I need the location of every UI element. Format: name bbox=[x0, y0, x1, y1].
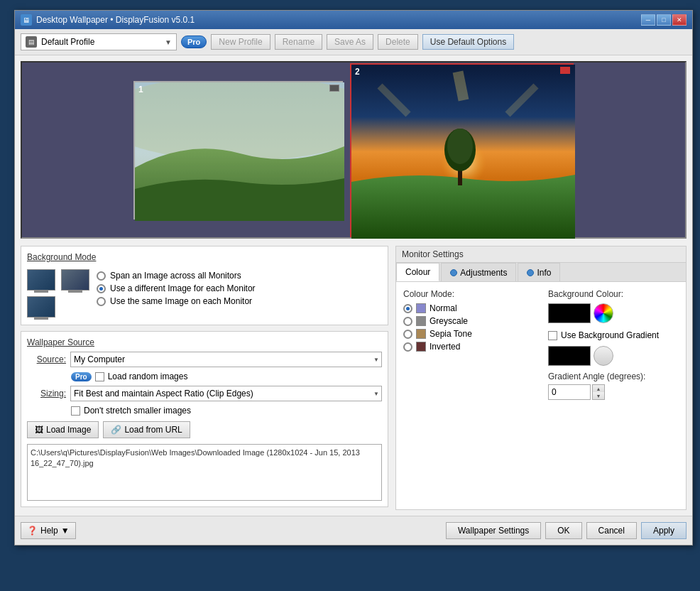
help-button[interactable]: ❓ Help ▼ bbox=[21, 522, 76, 539]
no-stretch-row: Don't stretch smaller images bbox=[71, 406, 382, 416]
angle-input[interactable] bbox=[548, 384, 591, 400]
save-as-button[interactable]: Save As bbox=[327, 34, 373, 50]
radio-same-btn[interactable] bbox=[97, 297, 106, 306]
wallpaper-source-section: Wallpaper Source Source: My Computer ▼ P… bbox=[21, 331, 388, 507]
gradient-picker-row bbox=[548, 346, 679, 366]
greyscale-swatch bbox=[416, 316, 426, 326]
action-buttons: 🖼 Load Image 🔗 Load from URL bbox=[27, 421, 382, 438]
load-url-button[interactable]: 🔗 Load from URL bbox=[103, 421, 190, 438]
bg-colour-button[interactable] bbox=[594, 303, 613, 323]
gradient-colour-button[interactable] bbox=[594, 346, 613, 366]
tab-adjustments[interactable]: Adjustments bbox=[441, 263, 516, 281]
radio-different-label: Use a different Image for each Monitor bbox=[110, 283, 256, 293]
wallpaper-source-label: Wallpaper Source bbox=[27, 337, 382, 347]
monitor-2-container[interactable]: 2 bbox=[350, 63, 574, 237]
colour-greyscale[interactable]: Greyscale bbox=[403, 316, 534, 326]
radio-normal-btn[interactable] bbox=[403, 304, 412, 313]
colour-mode-options: Normal Greyscale bbox=[403, 303, 534, 352]
cancel-button[interactable]: Cancel bbox=[586, 522, 637, 539]
colour-sepia[interactable]: Sepia Tone bbox=[403, 329, 534, 339]
gradient-angle-section: Gradient Angle (degrees): ▲ ▼ bbox=[548, 372, 679, 400]
tab-info[interactable]: Info bbox=[518, 263, 560, 281]
bg-colour-label: Background Colour: bbox=[548, 289, 679, 299]
angle-down-button[interactable]: ▼ bbox=[593, 392, 604, 399]
mini-monitor-3 bbox=[61, 269, 89, 291]
radio-sepia-btn[interactable] bbox=[403, 330, 412, 339]
apply-button[interactable]: Apply bbox=[641, 522, 687, 539]
info-dot-icon bbox=[527, 269, 534, 276]
svg-line-5 bbox=[458, 72, 464, 100]
dropdown-arrow-icon: ▼ bbox=[165, 38, 172, 46]
gradient-colour-box[interactable] bbox=[548, 346, 591, 366]
background-mode-options: Span an Image across all Monitors Use a … bbox=[97, 271, 256, 306]
gradient-checkbox[interactable] bbox=[548, 331, 557, 340]
monitor-1-frame[interactable]: 1 bbox=[133, 81, 343, 219]
random-checkbox[interactable] bbox=[95, 372, 104, 381]
profile-name: Default Profile bbox=[41, 37, 94, 47]
mini-monitor-2 bbox=[27, 296, 55, 318]
gradient-section: Use Background Gradient Gradient Angle (… bbox=[548, 330, 679, 400]
colour-normal[interactable]: Normal bbox=[403, 303, 534, 313]
radio-inverted-btn[interactable] bbox=[403, 342, 412, 352]
radio-same[interactable]: Use the same Image on each Monitor bbox=[97, 296, 256, 306]
app-icon: 🖥 bbox=[21, 14, 32, 26]
radio-span-btn[interactable] bbox=[97, 271, 106, 281]
colour-mode-label: Colour Mode: bbox=[403, 289, 534, 299]
maximize-button[interactable]: □ bbox=[657, 14, 671, 26]
ok-button[interactable]: OK bbox=[545, 522, 581, 539]
monitor-1-icon bbox=[329, 85, 339, 92]
colour-section: Colour Mode: Normal bbox=[403, 289, 679, 400]
radio-span-label: Span an Image across all Monitors bbox=[110, 271, 241, 281]
sizing-row: Sizing: Fit Best and maintain Aspect Rat… bbox=[27, 386, 382, 401]
radio-different[interactable]: Use a different Image for each Monitor bbox=[97, 283, 256, 293]
radio-greyscale-btn[interactable] bbox=[403, 317, 412, 326]
sizing-select-wrapper: Fit Best and maintain Aspect Ratio (Clip… bbox=[70, 386, 382, 401]
close-button[interactable]: ✕ bbox=[672, 14, 687, 26]
new-profile-button[interactable]: New Profile bbox=[211, 34, 270, 50]
monitor-1-container[interactable]: 1 bbox=[133, 81, 343, 219]
delete-button[interactable]: Delete bbox=[378, 34, 418, 50]
help-label: Help bbox=[40, 526, 58, 536]
wallpaper-settings-button[interactable]: Wallpaper Settings bbox=[446, 522, 541, 539]
angle-label: Gradient Angle (degrees): bbox=[548, 372, 679, 381]
minimize-button[interactable]: ─ bbox=[641, 14, 655, 26]
monitor-2-icon bbox=[560, 67, 570, 74]
bg-colour-box[interactable] bbox=[548, 303, 591, 323]
radio-span[interactable]: Span an Image across all Monitors bbox=[97, 271, 256, 281]
file-path-area: C:\Users\q\Pictures\DisplayFusion\Web Im… bbox=[27, 444, 382, 501]
monitor-2-frame[interactable]: 2 bbox=[350, 63, 574, 237]
tab-info-label: Info bbox=[537, 268, 551, 278]
background-mode-section: Background Mode bbox=[21, 246, 388, 325]
title-bar: 🖥 Desktop Wallpaper • DisplayFusion v5.0… bbox=[15, 11, 692, 29]
angle-up-button[interactable]: ▲ bbox=[593, 385, 604, 392]
source-row: Source: My Computer ▼ bbox=[27, 352, 382, 367]
gradient-checkbox-row: Use Background Gradient bbox=[548, 330, 679, 340]
angle-input-row: ▲ ▼ bbox=[548, 384, 679, 400]
greyscale-label: Greyscale bbox=[430, 316, 468, 326]
tab-colour[interactable]: Colour bbox=[396, 263, 439, 281]
sepia-swatch bbox=[416, 329, 426, 339]
monitor-preview: 1 bbox=[21, 61, 687, 239]
colour-mode-panel: Colour Mode: Normal bbox=[403, 289, 534, 400]
help-arrow-icon: ▼ bbox=[61, 526, 70, 536]
svg-point-10 bbox=[447, 129, 473, 164]
background-mode-label: Background Mode bbox=[27, 252, 382, 262]
radio-different-btn[interactable] bbox=[97, 284, 106, 293]
monitor-2-image bbox=[351, 65, 575, 239]
source-select[interactable]: My Computer bbox=[70, 352, 382, 367]
sizing-label: Sizing: bbox=[27, 389, 66, 398]
colour-inverted[interactable]: Inverted bbox=[403, 342, 534, 352]
use-default-button[interactable]: Use Default Options bbox=[422, 34, 514, 50]
angle-spinner: ▲ ▼ bbox=[592, 384, 605, 400]
bg-colour-picker bbox=[548, 303, 679, 323]
random-label: Load random images bbox=[108, 372, 188, 381]
sizing-select[interactable]: Fit Best and maintain Aspect Ratio (Clip… bbox=[70, 386, 382, 401]
rename-button[interactable]: Rename bbox=[275, 34, 322, 50]
main-window: 🖥 Desktop Wallpaper • DisplayFusion v5.0… bbox=[14, 10, 693, 546]
window-title: Desktop Wallpaper • DisplayFusion v5.0.1 bbox=[36, 15, 195, 25]
load-image-button[interactable]: 🖼 Load Image bbox=[27, 421, 99, 438]
no-stretch-checkbox[interactable] bbox=[71, 406, 80, 416]
profile-dropdown[interactable]: ▤ Default Profile ▼ bbox=[21, 33, 177, 50]
load-url-label: Load from URL bbox=[124, 425, 182, 435]
tab-colour-label: Colour bbox=[405, 267, 430, 277]
